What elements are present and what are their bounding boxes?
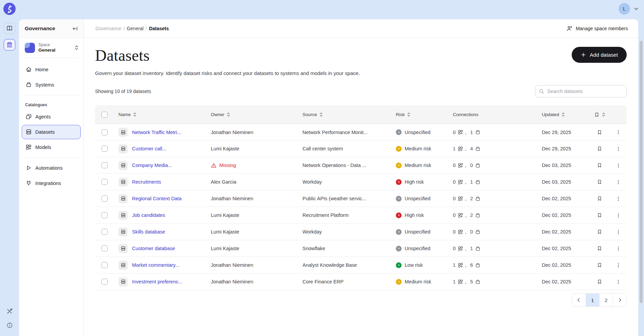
sidebar-item-integrations[interactable]: Integrations (22, 176, 81, 190)
dataset-name-link[interactable]: Job candidates (132, 212, 165, 218)
avatar[interactable]: L (619, 3, 630, 15)
dataset-name-link[interactable]: Regional Context Data (132, 196, 182, 201)
datasets-table: Name Owner Source Risk Connections Updat… (95, 105, 627, 290)
risk-badge (396, 196, 402, 202)
row-menu-button[interactable] (610, 246, 627, 251)
collapse-sidebar-icon[interactable] (72, 25, 78, 32)
manage-space-members-button[interactable]: Manage space members (566, 25, 628, 32)
previous-page-button[interactable] (572, 294, 586, 306)
governance-rail-button[interactable] (4, 39, 15, 51)
chevron-down-icon[interactable] (633, 6, 639, 12)
sidebar-item-models[interactable]: Models (22, 140, 81, 154)
dataset-name-link[interactable]: Network Traffic Metri... (132, 130, 181, 135)
risk-badge (396, 279, 402, 285)
row-menu-button[interactable] (610, 229, 627, 235)
next-page-button[interactable] (613, 294, 626, 306)
dataset-icon (118, 128, 128, 137)
info-icon[interactable] (6, 322, 13, 329)
systems-icon (475, 179, 481, 185)
column-header-name[interactable]: Name (114, 112, 207, 117)
models-count: 1 (453, 279, 456, 284)
row-menu-button[interactable] (610, 129, 627, 135)
bookmark-button[interactable] (589, 146, 610, 152)
bookmark-button[interactable] (589, 195, 610, 202)
sidebar-item-datasets[interactable]: Datasets (22, 125, 81, 139)
row-checkbox[interactable] (102, 262, 108, 268)
search-input[interactable] (547, 89, 623, 94)
sidebar-item-agents[interactable]: Agents (22, 110, 81, 124)
systems-icon (475, 229, 481, 235)
add-dataset-button[interactable]: Add dataset (572, 47, 627, 63)
bookmark-button[interactable] (589, 179, 610, 185)
row-checkbox[interactable] (102, 179, 108, 185)
systems-icon (475, 279, 481, 285)
column-header-bookmark[interactable] (589, 112, 610, 117)
connections-cell: 1 , 6 (449, 262, 538, 268)
showing-count-text: Showing 10 of 19 datasets (95, 89, 151, 94)
dataset-name-link[interactable]: Customer database (132, 246, 175, 251)
sort-icon (227, 112, 230, 117)
bookmark-button[interactable] (589, 279, 610, 285)
bookmark-button[interactable] (589, 212, 610, 218)
bookmark-icon (594, 112, 600, 117)
row-checkbox[interactable] (102, 195, 108, 202)
sidebar-item-automations[interactable]: Automations (22, 161, 81, 175)
models-count: 0 (453, 130, 456, 135)
bookmark-button[interactable] (589, 129, 610, 135)
select-all-checkbox[interactable] (102, 112, 108, 118)
row-menu-button[interactable] (610, 163, 627, 168)
account-menu[interactable]: L (619, 3, 639, 15)
row-menu-button[interactable] (610, 146, 627, 152)
row-menu-button[interactable] (610, 212, 627, 218)
row-menu-button[interactable] (610, 262, 627, 268)
column-header-owner[interactable]: Owner (207, 112, 299, 117)
dataset-name-link[interactable]: Skills database (132, 229, 165, 235)
dataset-icon (118, 227, 128, 237)
column-header-updated[interactable]: Updated (538, 112, 589, 117)
systems-icon (475, 246, 481, 251)
sidebar: Governance Space General Home Systems Ca… (19, 19, 84, 336)
row-checkbox[interactable] (102, 245, 108, 251)
column-header-source[interactable]: Source (299, 112, 392, 117)
row-menu-button[interactable] (610, 279, 627, 285)
dataset-name-link[interactable]: Customer call... (132, 146, 166, 151)
pagination: 1 2 (572, 293, 627, 307)
row-checkbox[interactable] (102, 146, 108, 152)
sidebar-item-systems[interactable]: Systems (22, 78, 81, 92)
bookmark-button[interactable] (589, 162, 610, 168)
dataset-name-link[interactable]: Investment preferenc... (132, 279, 182, 284)
models-icon (458, 212, 463, 218)
row-checkbox[interactable] (102, 162, 108, 168)
bookmark-button[interactable] (589, 245, 610, 251)
models-count: 0 (453, 163, 456, 168)
brand-logo[interactable] (3, 3, 16, 15)
row-checkbox[interactable] (102, 212, 108, 218)
dataset-icon (118, 244, 128, 253)
dataset-name-link[interactable]: Market commentary... (132, 262, 179, 268)
breadcrumb-root[interactable]: Governance (95, 26, 121, 31)
row-checkbox[interactable] (102, 129, 108, 135)
sidebar-item-home[interactable]: Home (22, 62, 81, 77)
docs-rail-button[interactable] (4, 23, 15, 34)
missing-label: Missing (219, 163, 236, 168)
page-button-1[interactable]: 1 (586, 294, 599, 306)
page-button-2[interactable]: 2 (599, 294, 613, 306)
row-checkbox[interactable] (102, 279, 108, 285)
add-dataset-label: Add dataset (590, 52, 618, 58)
dataset-name-link[interactable]: Recruitments (132, 179, 161, 185)
column-header-risk[interactable]: Risk (392, 112, 449, 117)
connections-cell: 1 , 5 (449, 279, 538, 285)
risk-label: Unspecified (405, 130, 430, 135)
table-row: Company Media... Missing Network Operati… (95, 157, 627, 174)
bookmark-button[interactable] (589, 262, 610, 268)
row-checkbox[interactable] (102, 229, 108, 235)
scrollbar-thumb[interactable] (640, 41, 643, 303)
tools-icon[interactable] (6, 308, 13, 315)
space-selector[interactable]: Space General (19, 38, 84, 58)
bookmark-button[interactable] (589, 229, 610, 235)
search-box[interactable] (535, 85, 627, 97)
dataset-name-link[interactable]: Company Media... (132, 163, 172, 168)
row-menu-button[interactable] (610, 179, 627, 185)
breadcrumb-space[interactable]: General (127, 26, 144, 31)
row-menu-button[interactable] (610, 196, 627, 202)
